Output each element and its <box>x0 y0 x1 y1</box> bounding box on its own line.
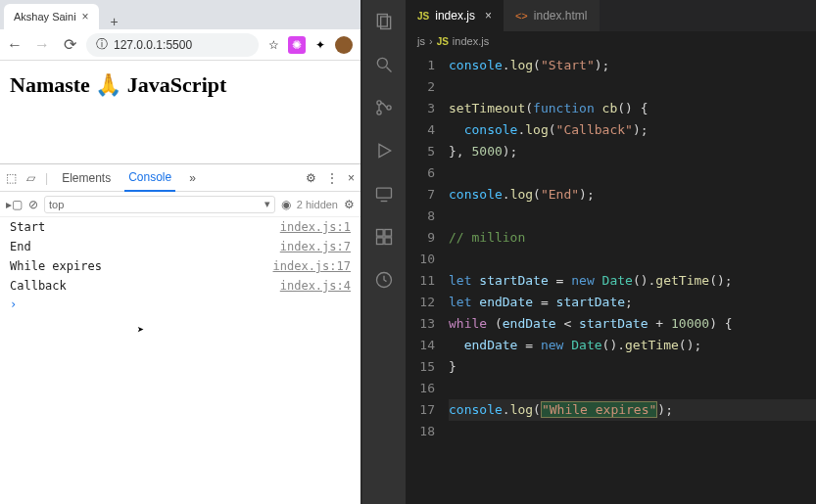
puzzle-icon[interactable]: ✦ <box>312 36 329 54</box>
sidebar-toggle-icon[interactable]: ▸▢ <box>6 198 23 211</box>
html-file-icon: <> <box>515 10 528 22</box>
editor-area: JS index.js × <> index.html js › JS inde… <box>406 0 816 504</box>
code-editor[interactable]: 123456789101112131415161718 console.log(… <box>406 51 816 504</box>
reload-button[interactable]: ⟳ <box>59 34 80 56</box>
log-source-link[interactable]: index.js:17 <box>273 259 351 273</box>
chevron-right-icon: › <box>429 35 433 47</box>
page-body: Namaste 🙏 JavaScript <box>0 61 360 163</box>
chrome-toolbar: ← → ⟳ ⓘ 127.0.0.1:5500 ☆ ✺ ✦ <box>0 29 360 61</box>
context-value: top <box>49 199 64 210</box>
console-output: Startindex.js:1 Endindex.js:7 While expi… <box>0 217 360 504</box>
vscode-window: JS index.js × <> index.html js › JS inde… <box>362 0 816 504</box>
extension-icon[interactable]: ✺ <box>288 36 306 54</box>
svg-rect-12 <box>377 238 384 245</box>
svg-rect-11 <box>385 230 392 237</box>
svg-rect-10 <box>377 230 384 237</box>
close-icon[interactable]: × <box>82 10 89 23</box>
log-row: While expiresindex.js:17 <box>0 256 360 276</box>
devtools-panel: ⬚ ▱ | Elements Console » ⚙ ⋮ × ▸▢ ⊘ top … <box>0 163 360 504</box>
inspect-icon[interactable]: ⬚ <box>6 171 17 185</box>
svg-point-4 <box>377 101 381 105</box>
address-bar[interactable]: ⓘ 127.0.0.1:5500 <box>86 33 259 57</box>
kebab-icon[interactable]: ⋮ <box>326 171 338 185</box>
tab-label: index.js <box>435 9 475 23</box>
editor-tab-index-html[interactable]: <> index.html <box>504 0 600 31</box>
cursor-icon: ➤ <box>137 323 498 337</box>
console-prompt[interactable]: › <box>0 296 360 313</box>
explorer-icon[interactable] <box>372 10 396 33</box>
svg-line-3 <box>387 68 392 72</box>
crumb-file: index.js <box>453 35 489 47</box>
devtools-tabbar: ⬚ ▱ | Elements Console » ⚙ ⋮ × <box>0 164 360 192</box>
url-text: 127.0.0.1:5500 <box>114 38 192 52</box>
tab-console[interactable]: Console <box>124 164 175 192</box>
js-file-icon: JS <box>417 11 429 22</box>
log-source-link[interactable]: index.js:1 <box>280 220 351 234</box>
line-gutter: 123456789101112131415161718 <box>406 51 445 504</box>
remote-icon[interactable] <box>372 182 396 206</box>
browser-tab[interactable]: Akshay Saini × <box>4 4 99 29</box>
chrome-browser-window: Akshay Saini × + ← → ⟳ ⓘ 127.0.0.1:5500 … <box>0 0 362 504</box>
close-icon[interactable]: × <box>348 171 355 185</box>
tab-label: index.html <box>534 9 588 23</box>
tab-elements[interactable]: Elements <box>58 165 115 191</box>
editor-tabs: JS index.js × <> index.html <box>406 0 816 31</box>
chrome-tabstrip: Akshay Saini × + <box>0 0 360 29</box>
new-tab-button[interactable]: + <box>103 14 126 29</box>
svg-point-6 <box>387 106 391 110</box>
star-icon[interactable]: ☆ <box>264 36 282 54</box>
code-text: console.log("Start"); setTimeout(functio… <box>445 51 816 504</box>
tab-title: Akshay Saini <box>14 11 76 23</box>
device-icon[interactable]: ▱ <box>26 171 35 185</box>
svg-rect-13 <box>385 238 392 245</box>
hidden-count: 2 hidden <box>297 199 338 210</box>
avatar-icon[interactable] <box>335 36 353 54</box>
svg-point-2 <box>377 58 387 68</box>
svg-rect-8 <box>377 188 392 198</box>
eye-icon[interactable]: ◉ <box>281 198 291 211</box>
breadcrumb[interactable]: js › JS index.js <box>406 31 816 51</box>
forward-button[interactable]: → <box>31 34 53 56</box>
console-filterbar: ▸▢ ⊘ top ▾ ◉ 2 hidden ⚙ <box>0 192 360 217</box>
close-icon[interactable]: × <box>485 9 492 23</box>
log-row: Endindex.js:7 <box>0 237 360 256</box>
back-button[interactable]: ← <box>4 34 25 56</box>
svg-marker-7 <box>379 144 391 157</box>
tab-more[interactable]: » <box>185 165 200 191</box>
log-source-link[interactable]: index.js:7 <box>280 240 351 253</box>
source-control-icon[interactable] <box>372 96 396 119</box>
log-row: Startindex.js:1 <box>0 217 360 237</box>
log-row: Callbackindex.js:4 <box>0 276 360 296</box>
clear-console-icon[interactable]: ⊘ <box>28 198 38 211</box>
editor-tab-index-js[interactable]: JS index.js × <box>406 0 504 31</box>
extensions-icon[interactable] <box>372 225 396 249</box>
run-debug-icon[interactable] <box>372 139 396 162</box>
log-source-link[interactable]: index.js:4 <box>280 279 351 293</box>
timeline-icon[interactable] <box>372 268 396 292</box>
js-file-icon: JS <box>437 36 449 47</box>
crumb-folder: js <box>417 35 425 47</box>
svg-point-5 <box>377 111 381 115</box>
context-selector[interactable]: top ▾ <box>44 196 275 213</box>
gear-icon[interactable]: ⚙ <box>306 171 316 185</box>
activity-bar <box>362 0 406 504</box>
extension-icons: ☆ ✺ ✦ <box>264 36 357 54</box>
info-icon: ⓘ <box>96 36 108 53</box>
gear-icon[interactable]: ⚙ <box>344 198 355 211</box>
page-heading: Namaste 🙏 JavaScript <box>10 72 226 97</box>
search-icon[interactable] <box>372 53 396 76</box>
chevron-down-icon: ▾ <box>264 198 270 210</box>
